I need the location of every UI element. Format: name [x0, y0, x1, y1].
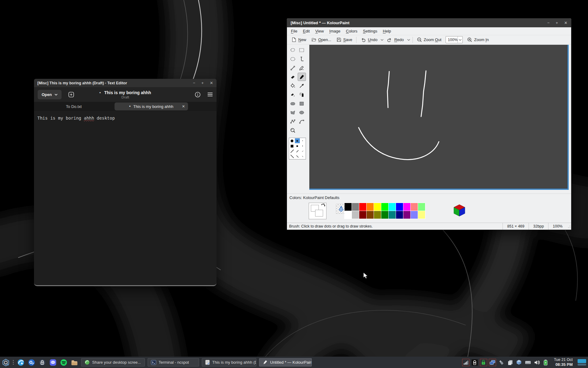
tool-spraycan[interactable]: [298, 90, 306, 99]
tab-boring-ahhh[interactable]: • This is my boring ahhh ✕: [115, 102, 188, 110]
palette-color-swatch[interactable]: [367, 203, 374, 211]
tool-text[interactable]: [298, 55, 306, 63]
palette-color-swatch[interactable]: [352, 211, 359, 219]
network-signal-icon[interactable]: [462, 359, 469, 366]
brush-backslash-medium[interactable]: [295, 154, 300, 159]
menu-edit[interactable]: Edit: [300, 28, 312, 34]
foreground-background-swatch[interactable]: [309, 203, 326, 219]
tool-color-picker[interactable]: [298, 82, 306, 90]
brush-square-medium[interactable]: [295, 144, 300, 148]
combobox-dropdown-arrow[interactable]: [458, 36, 462, 43]
package-cube-icon[interactable]: [516, 359, 522, 366]
tab-close-button[interactable]: ✕: [182, 104, 185, 109]
brush-circle-large[interactable]: [290, 138, 295, 143]
palette-color-swatch[interactable]: [345, 211, 352, 219]
undo-dropdown-arrow[interactable]: [380, 39, 384, 41]
spotify-icon[interactable]: [60, 358, 68, 366]
menu-settings[interactable]: Settings: [360, 28, 380, 34]
brush-slash-medium[interactable]: [295, 149, 300, 154]
task-share-desktop[interactable]: Share your desktop scree...: [81, 358, 145, 366]
palette-color-swatch[interactable]: [389, 211, 396, 219]
tool-brush[interactable]: [298, 73, 306, 81]
palette-color-swatch[interactable]: [381, 211, 388, 219]
minimize-button[interactable]: −: [193, 81, 195, 85]
palette-color-swatch[interactable]: [396, 203, 403, 211]
zoom-in-button[interactable]: Zoom In: [465, 36, 491, 43]
menu-image[interactable]: Image: [327, 28, 343, 34]
clock-widget[interactable]: Tue 21 Oct 08:35 PM: [554, 358, 573, 367]
palette-color-swatch[interactable]: [418, 211, 425, 219]
brush-slash-small[interactable]: [300, 149, 305, 154]
palette-color-swatch[interactable]: [389, 203, 396, 211]
paint-canvas[interactable]: [309, 45, 569, 190]
editor-text-area[interactable]: This is my boring ahhh desktop: [34, 111, 217, 286]
undo-button[interactable]: Undo: [358, 36, 380, 43]
tool-ellipse[interactable]: [298, 108, 306, 117]
task-terminal-ncspot[interactable]: Terminal - ncspot: [148, 358, 199, 366]
brush-square-small[interactable]: [300, 144, 305, 148]
palette-color-swatch[interactable]: [359, 203, 366, 211]
menu-help[interactable]: Help: [380, 28, 394, 34]
swap-colors-arrow-icon[interactable]: [321, 203, 326, 208]
new-button[interactable]: New: [289, 36, 309, 43]
minimize-button[interactable]: −: [547, 21, 550, 25]
palette-color-swatch[interactable]: [418, 203, 425, 211]
menu-view[interactable]: View: [313, 28, 326, 34]
vpn-lock-icon[interactable]: [480, 359, 487, 366]
zoom-out-button[interactable]: Zoom Out: [414, 36, 444, 43]
browser-icon[interactable]: [17, 358, 25, 366]
tool-rectangle[interactable]: [298, 99, 306, 108]
maximize-button[interactable]: +: [556, 21, 558, 25]
brush-circle-medium-selected[interactable]: [295, 138, 300, 143]
battery-charging-icon[interactable]: [542, 359, 549, 366]
open-button[interactable]: Open...: [309, 36, 334, 43]
palette-color-swatch[interactable]: [411, 211, 418, 219]
palette-color-swatch[interactable]: [374, 211, 381, 219]
disk-drive-icon[interactable]: [525, 359, 531, 366]
mail-icon[interactable]: [28, 358, 36, 366]
palette-color-swatch[interactable]: [403, 203, 410, 211]
tool-pen[interactable]: [298, 64, 306, 72]
close-button[interactable]: ✕: [564, 21, 567, 25]
redo-dropdown-arrow[interactable]: [406, 39, 411, 41]
brush-backslash-large[interactable]: [290, 154, 295, 159]
keyring-lock-icon[interactable]: [471, 359, 478, 366]
palette-color-swatch[interactable]: [374, 203, 381, 211]
palette-color-swatch[interactable]: [345, 203, 352, 211]
remote-screens-icon[interactable]: [489, 359, 496, 366]
resize-grip[interactable]: [567, 223, 571, 230]
brush-slash-large[interactable]: [290, 149, 295, 154]
close-button[interactable]: ✕: [210, 81, 213, 85]
tool-eraser[interactable]: [289, 73, 297, 81]
text-editor-titlebar[interactable]: [Misc] This is my boring ahhh (Draft) - …: [34, 79, 217, 87]
menu-colors[interactable]: Colors: [343, 28, 360, 34]
tool-rectangular-selection[interactable]: [298, 46, 306, 54]
zoom-level-combobox[interactable]: 100%: [446, 36, 463, 43]
task-text-editor[interactable]: This is my boring ahhh (Dr...: [202, 358, 256, 366]
tool-free-form-selection[interactable]: [289, 46, 297, 54]
menu-button[interactable]: [207, 92, 213, 97]
brush-square-large[interactable]: [290, 144, 295, 148]
usb-device-icon[interactable]: [498, 359, 505, 366]
background-color-swatch[interactable]: [315, 210, 323, 217]
palette-color-swatch[interactable]: [367, 211, 374, 219]
palette-color-swatch[interactable]: [352, 203, 359, 211]
palette-color-swatch[interactable]: [381, 203, 388, 211]
tool-zoom[interactable]: [289, 126, 297, 134]
open-button[interactable]: Open: [38, 90, 62, 99]
palette-color-swatch[interactable]: [359, 211, 366, 219]
tool-flood-fill[interactable]: [289, 82, 297, 90]
kolourpaint-titlebar[interactable]: [Misc] Untitled * — KolourPaint − + ✕: [287, 18, 571, 27]
clipboard-icon[interactable]: [507, 359, 514, 366]
tool-connected-lines[interactable]: [289, 117, 297, 125]
volume-icon[interactable]: [533, 359, 540, 366]
tool-line[interactable]: [289, 64, 297, 72]
palette-color-swatch[interactable]: [411, 203, 418, 211]
tool-elliptical-selection[interactable]: [289, 55, 297, 63]
save-button[interactable]: Save: [334, 36, 355, 43]
tool-polygon[interactable]: [289, 108, 297, 117]
redo-button[interactable]: Redo: [384, 36, 406, 43]
task-kolourpaint[interactable]: Untitled * — KolourPaint: [259, 358, 312, 366]
keepassxc-icon[interactable]: [38, 358, 46, 366]
qtile-launcher-icon[interactable]: [2, 358, 10, 366]
